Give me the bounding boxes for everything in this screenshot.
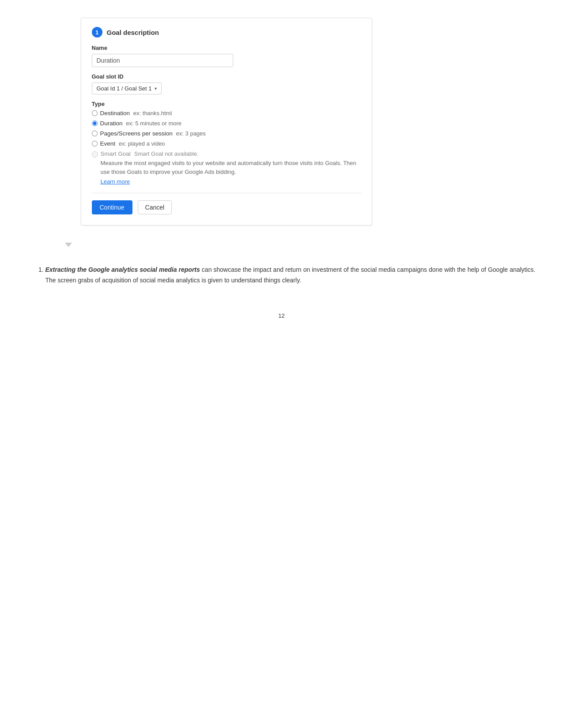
name-input[interactable] (92, 54, 233, 67)
goal-form-wrapper: 1 Goal description Name Goal slot ID Goa… (54, 18, 372, 247)
body-list: Extracting the Google analytics social m… (28, 265, 536, 286)
goal-slot-value: Goal Id 1 / Goal Set 1 (97, 85, 152, 92)
continue-button[interactable]: Continue (92, 200, 132, 214)
page-content: 1 Goal description Name Goal slot ID Goa… (28, 18, 536, 319)
smart-goal-title-row: Smart Goal Smart Goal not available. (101, 150, 361, 157)
step-circle: 1 (92, 27, 102, 38)
smart-goal-content: Smart Goal Smart Goal not available. Mea… (101, 150, 361, 185)
divider (92, 193, 361, 193)
radio-label-event: Event ex: played a video (100, 140, 165, 147)
radio-label-destination: Destination ex: thanks.html (100, 110, 172, 116)
smart-goal-radio-disabled (92, 151, 98, 158)
type-section: Type Destination ex: thanks.html Duratio… (92, 101, 361, 185)
card-header: 1 Goal description (92, 27, 361, 38)
triangle-indicator (65, 243, 72, 247)
step-number: 1 (95, 29, 98, 36)
smart-goal-label: Smart Goal (101, 150, 131, 157)
goal-description-title: Goal description (107, 29, 159, 36)
button-row: Continue Cancel (92, 200, 361, 214)
learn-more-link[interactable]: Learn more (101, 178, 130, 185)
radio-label-duration: Duration ex: 5 minutes or more (100, 120, 182, 127)
radio-row-destination[interactable]: Destination ex: thanks.html (92, 110, 361, 116)
radio-destination[interactable] (92, 110, 98, 116)
list-item-1-bold: Extracting the Google analytics social m… (45, 266, 200, 273)
radio-row-event[interactable]: Event ex: played a video (92, 140, 361, 147)
smart-goal-description: Measure the most engaged visits to your … (101, 159, 361, 176)
page-number: 12 (28, 312, 536, 319)
goal-form-card: 1 Goal description Name Goal slot ID Goa… (81, 18, 372, 225)
goal-slot-dropdown[interactable]: Goal Id 1 / Goal Set 1 ▾ (92, 83, 162, 94)
goal-slot-label: Goal slot ID (92, 73, 361, 80)
smart-goal-row: Smart Goal Smart Goal not available. Mea… (92, 150, 361, 185)
radio-event[interactable] (92, 141, 98, 146)
radio-label-pages: Pages/Screens per session ex: 3 pages (100, 130, 206, 137)
dropdown-arrow-icon: ▾ (155, 86, 157, 91)
type-label: Type (92, 101, 361, 107)
list-item-1: Extracting the Google analytics social m… (45, 265, 536, 286)
radio-row-duration[interactable]: Duration ex: 5 minutes or more (92, 120, 361, 127)
name-label: Name (92, 45, 361, 51)
smart-goal-unavailable: Smart Goal not available. (134, 150, 199, 157)
radio-pages[interactable] (92, 131, 98, 136)
radio-duration[interactable] (92, 120, 98, 126)
radio-row-pages[interactable]: Pages/Screens per session ex: 3 pages (92, 130, 361, 137)
cancel-button[interactable]: Cancel (138, 200, 172, 214)
